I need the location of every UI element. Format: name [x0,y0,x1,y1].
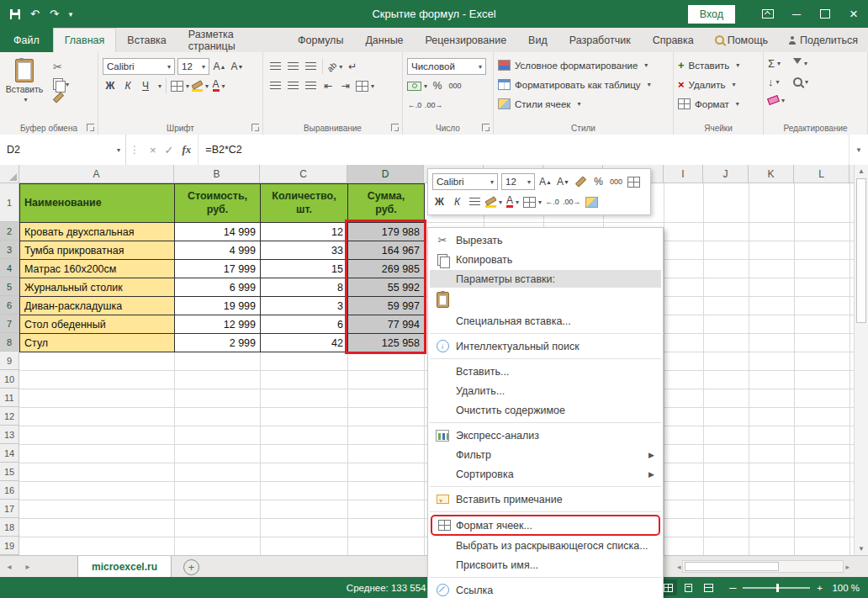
format-button[interactable]: Формат▾ [678,94,759,114]
redo-icon[interactable]: ↷ [50,8,59,20]
name-box[interactable]: D2 ▾ [0,135,126,165]
mini-table-button[interactable] [627,174,641,190]
menu-item-clear-contents[interactable]: Очистить содержимое [428,400,663,420]
align-middle-button[interactable] [285,58,300,75]
align-right-button[interactable] [303,77,318,94]
cell-A5[interactable]: Журнальный столик [20,278,175,297]
formula-bar-handle[interactable]: ⋮ [126,144,143,156]
delete-cells-button[interactable]: × Удалить▾ [678,75,759,94]
align-top-button[interactable] [267,58,283,75]
row-header-17[interactable]: 17 [0,500,19,518]
row-header-3[interactable]: 3 [0,241,19,259]
align-center-button[interactable] [285,77,300,94]
menu-item-filter[interactable]: Фильтр ▶ [428,445,663,464]
dialog-launcher-icon[interactable] [391,124,399,131]
cell-C7[interactable]: 6 [261,315,348,334]
clear-button[interactable]: ▾ [768,93,785,108]
mini-comma-button[interactable]: 000 [609,174,623,190]
tab-file[interactable]: Файл [0,28,53,52]
increase-decimal-button[interactable]: ←.0 [407,97,422,114]
menu-item-insert-comment[interactable]: Вставить примечание [428,490,663,509]
cell-D2[interactable]: 179 988 [348,223,425,241]
row-header-5[interactable]: 5 [0,278,19,296]
name-box-dropdown-icon[interactable]: ▾ [117,146,120,154]
align-bottom-button[interactable] [303,58,318,75]
menu-item-cut[interactable]: ✂ Вырезать [428,230,663,250]
zoom-slider-thumb[interactable] [776,584,779,592]
save-icon[interactable] [10,9,20,19]
underline-button[interactable]: Ч [138,77,153,94]
cell-D7[interactable]: 77 994 [348,315,425,334]
column-header-D[interactable]: D [347,165,424,183]
cell-C5[interactable]: 8 [261,278,348,297]
orientation-button[interactable]: ab▾ [327,58,342,75]
decrease-decimal-button[interactable]: .00→ [425,97,443,114]
menu-item-copy[interactable]: Копировать [428,250,663,269]
cell-B3[interactable]: 4 999 [175,241,261,260]
column-header-I[interactable]: I [664,165,703,183]
row-header-4[interactable]: 4 [0,259,19,278]
menu-item-define-name[interactable]: Присвоить имя... [428,555,663,574]
mini-styles-button[interactable] [585,194,599,210]
dialog-launcher-icon[interactable] [87,124,94,131]
cell-A4[interactable]: Матрас 160x200см [20,260,175,278]
mini-font-color-button[interactable]: А▾ [505,194,520,210]
mini-fill-color-button[interactable]: ▾ [485,194,502,210]
scroll-down-icon[interactable]: ▼ [855,545,868,553]
scroll-left-icon[interactable]: ◂ [677,563,681,571]
ribbon-display-options-icon[interactable] [754,0,782,28]
bold-button[interactable]: Ж [103,77,118,94]
format-as-table-button[interactable]: Форматировать как таблицу▾ [498,75,669,94]
horizontal-scrollbar[interactable]: ◂ ▸ [677,556,849,577]
menu-item-delete[interactable]: Удалить... [428,381,663,400]
close-button[interactable]: × [839,0,868,28]
mini-format-painter-button[interactable] [574,174,588,190]
row-header-9[interactable]: 9 [0,352,19,370]
column-header-J[interactable]: J [703,165,749,183]
column-header-A[interactable]: A [19,165,174,183]
scroll-up-icon[interactable]: ▲ [855,167,868,175]
cell-D5[interactable]: 55 992 [348,278,425,297]
font-color-button[interactable]: А▾ [211,77,226,94]
mini-font-size-combo[interactable]: 12▾ [501,173,535,190]
page-break-view-icon[interactable] [699,579,717,595]
sheet-nav-right-icon[interactable]: ▸ [19,556,37,577]
find-select-button[interactable]: ▾ [793,74,808,89]
sheet-nav-left-icon[interactable]: ◂ [0,556,19,577]
mini-decrease-decimal-button[interactable]: .00→ [563,194,581,210]
cell-A1[interactable]: Наименование [20,184,175,223]
tab-review[interactable]: Рецензирование [415,28,518,52]
merge-center-button[interactable]: ▾ [356,77,374,94]
dialog-launcher-icon[interactable] [251,124,259,131]
cell-C3[interactable]: 33 [261,241,348,260]
cell-A2[interactable]: Кровать двухспальная [20,223,175,241]
tell-me-button[interactable]: Помощь [705,28,778,52]
cell-A8[interactable]: Стул [20,334,175,352]
cell-D8[interactable]: 125 958 [348,334,425,352]
borders-button[interactable]: ▾ [171,77,189,94]
cancel-icon[interactable]: × [150,144,156,156]
fill-color-button[interactable]: ▾ [192,77,209,94]
cell-B5[interactable]: 6 999 [175,278,261,297]
vertical-scroll-thumb[interactable] [856,178,866,323]
align-left-button[interactable] [267,77,283,94]
undo-icon[interactable]: ↶ [30,8,40,20]
cell-C4[interactable]: 15 [261,260,348,278]
row-header-10[interactable]: 10 [0,370,19,389]
paste-option-button[interactable] [428,288,663,311]
tab-insert[interactable]: Вставка [116,28,177,52]
cell-C8[interactable]: 42 [261,334,348,352]
decrease-indent-button[interactable]: ⇤ [320,77,336,94]
menu-item-format-cells[interactable]: Формат ячеек... [431,515,660,536]
cell-C1[interactable]: Количество, шт. [261,184,348,223]
cell-B1[interactable]: Стоимость, руб. [175,184,261,223]
tab-help[interactable]: Справка [642,28,705,52]
mini-borders-button[interactable]: ▾ [523,194,542,210]
cell-A7[interactable]: Стол обеденный [20,315,175,334]
menu-item-sort[interactable]: Сортировка ▶ [428,464,663,484]
add-sheet-button[interactable]: + [183,559,199,575]
insert-cells-button[interactable]: + Вставить▾ [678,56,759,75]
row-header-1[interactable]: 1 [0,183,19,222]
row-header-14[interactable]: 14 [0,444,19,463]
row-header-15[interactable]: 15 [0,463,19,481]
